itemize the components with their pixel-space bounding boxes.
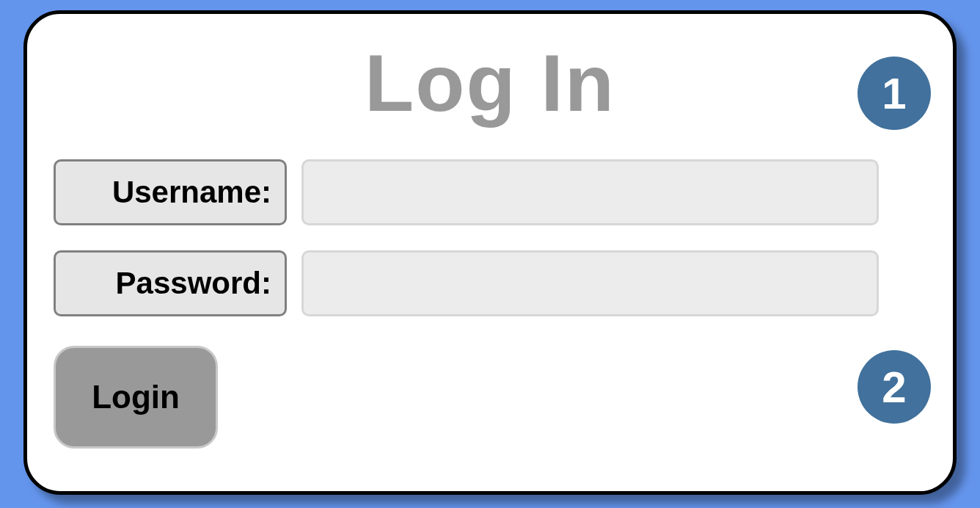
- password-label: Password:: [54, 250, 287, 316]
- password-row: Password:: [54, 250, 879, 316]
- username-label: Username:: [54, 159, 287, 225]
- username-input[interactable]: [301, 159, 879, 225]
- password-input[interactable]: [301, 250, 879, 316]
- login-panel: Log In Username: Password: Login 1 2: [23, 10, 957, 495]
- callout-badge-1: 1: [858, 57, 931, 130]
- page-title: Log In: [27, 36, 953, 129]
- login-button[interactable]: Login: [54, 346, 218, 449]
- panel-inner: Log In Username: Password: Login 1 2: [27, 14, 953, 491]
- username-row: Username:: [54, 159, 879, 225]
- callout-badge-2: 2: [858, 350, 931, 424]
